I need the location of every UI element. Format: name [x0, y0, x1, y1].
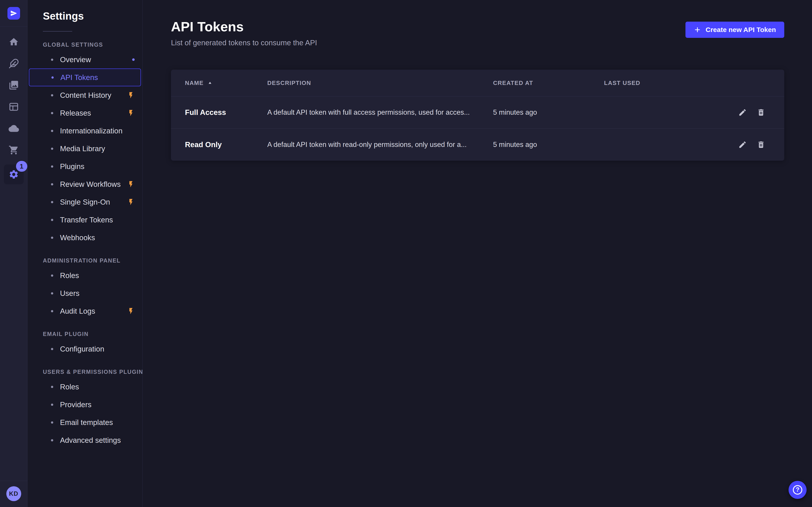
sidebar-item-review-workflows[interactable]: Review Workflows [29, 175, 141, 193]
sidebar-item-label: Overview [60, 55, 91, 64]
bullet-icon [51, 348, 53, 350]
lightning-icon [127, 180, 135, 188]
sidebar-item-overview[interactable]: Overview [29, 51, 141, 68]
sidebar-item-label: API Tokens [60, 73, 98, 82]
bullet-icon [51, 59, 53, 61]
sidebar-item-label: Review Workflows [60, 180, 121, 188]
lightning-icon [127, 307, 135, 315]
lightning-icon [127, 109, 135, 117]
subnav-section-administration-panel: ADMINISTRATION PANELRolesUsersAudit Logs [28, 257, 142, 320]
sidebar-item-label: Webhooks [60, 233, 95, 242]
lightning-icon [127, 109, 135, 117]
row-actions [690, 108, 784, 117]
trash-icon [757, 140, 765, 149]
icon-rail: 1 KD [0, 0, 28, 507]
subnav-section-global-settings: GLOBAL SETTINGSOverviewAPI TokensContent… [28, 42, 142, 246]
rail-item-media-library[interactable] [4, 78, 24, 93]
bullet-icon [51, 112, 53, 114]
create-api-token-label: Create new API Token [706, 26, 776, 34]
sidebar-item-transfer-tokens[interactable]: Transfer Tokens [29, 211, 141, 229]
page-subtitle: List of generated tokens to consume the … [171, 39, 317, 47]
help-button[interactable]: ? [789, 481, 807, 499]
rail-item-content-type-builder[interactable] [4, 100, 24, 114]
table-row-read-only[interactable]: Read OnlyA default API token with read-o… [171, 128, 784, 161]
images-icon [9, 80, 19, 90]
bullet-icon [51, 292, 53, 294]
sidebar-item-releases[interactable]: Releases [29, 104, 141, 122]
logo-container [0, 0, 27, 26]
section-label: GLOBAL SETTINGS [43, 42, 142, 48]
bullet-icon [51, 274, 53, 277]
bullet-icon [51, 130, 53, 132]
sidebar-item-configuration[interactable]: Configuration [29, 340, 141, 358]
token-created-at-cell: 5 minutes ago [493, 140, 604, 149]
sidebar-item-label: Releases [60, 109, 91, 117]
bullet-icon [51, 76, 54, 79]
page-title: API Tokens [171, 19, 317, 35]
bullet-icon [51, 201, 53, 203]
bullet-icon [51, 148, 53, 150]
sidebar-item-webhooks[interactable]: Webhooks [29, 229, 141, 246]
rail-item-settings[interactable]: 1 [4, 165, 24, 184]
lightning-icon [127, 198, 135, 206]
sidebar-item-advanced-settings[interactable]: Advanced settings [29, 431, 141, 449]
token-name-cell: Read Only [171, 140, 267, 149]
bullet-icon [51, 421, 53, 424]
bullet-icon [51, 386, 53, 388]
sort-ascending-icon[interactable] [207, 80, 213, 86]
section-label: ADMINISTRATION PANEL [43, 257, 142, 264]
bullet-icon [51, 310, 53, 312]
token-description-cell: A default API token with read-only permi… [267, 140, 493, 149]
rail-item-home[interactable] [4, 35, 24, 49]
bullet-icon [51, 165, 53, 168]
strapi-admin-app: 1 KD Settings GLOBAL SETTINGSOverviewAPI… [0, 0, 812, 507]
edit-button[interactable] [738, 140, 747, 149]
sidebar-item-roles[interactable]: Roles [29, 267, 141, 284]
api-tokens-table: NAME DESCRIPTION CREATED AT LAST USED Fu… [171, 70, 784, 161]
page-header: API Tokens List of generated tokens to c… [171, 19, 784, 47]
sidebar-item-label: Media Library [60, 145, 105, 153]
sidebar-item-email-templates[interactable]: Email templates [29, 413, 141, 431]
feather-icon [9, 58, 19, 69]
sidebar-item-users[interactable]: Users [29, 284, 141, 302]
delete-button[interactable] [757, 108, 765, 117]
sidebar-item-label: Email templates [60, 418, 113, 427]
rail-item-content-manager[interactable] [4, 56, 24, 71]
sidebar-item-internationalization[interactable]: Internationalization [29, 122, 141, 140]
sidebar-item-plugins[interactable]: Plugins [29, 158, 141, 175]
plus-icon [694, 26, 701, 33]
subnav-section-users-permissions-plugin: USERS & PERMISSIONS PLUGINRolesProviders… [28, 369, 142, 449]
strapi-logo-icon [10, 10, 17, 17]
lightning-icon [127, 92, 135, 99]
main-content: API Tokens List of generated tokens to c… [143, 0, 812, 507]
create-api-token-button[interactable]: Create new API Token [686, 22, 784, 38]
table-row-full-access[interactable]: Full AccessA default API token with full… [171, 96, 784, 128]
settings-subnav: Settings GLOBAL SETTINGSOverviewAPI Toke… [28, 0, 143, 507]
sidebar-item-label: Configuration [60, 345, 104, 353]
sidebar-item-providers[interactable]: Providers [29, 396, 141, 413]
bullet-icon [51, 404, 53, 406]
avatar[interactable]: KD [6, 486, 21, 501]
sidebar-item-content-history[interactable]: Content History [29, 86, 141, 104]
notification-dot-container [132, 58, 135, 61]
sidebar-item-audit-logs[interactable]: Audit Logs [29, 302, 141, 320]
bullet-icon [51, 439, 53, 441]
delete-button[interactable] [757, 140, 765, 149]
strapi-logo[interactable] [7, 7, 20, 19]
sidebar-item-single-sign-on[interactable]: Single Sign-On [29, 193, 141, 211]
layout-icon [9, 102, 19, 112]
subnav-sections: GLOBAL SETTINGSOverviewAPI TokensContent… [28, 42, 142, 449]
sidebar-item-label: Content History [60, 91, 111, 100]
column-header-name: NAME [171, 79, 267, 87]
edit-button[interactable] [738, 108, 747, 117]
rail-item-marketplace[interactable] [4, 143, 24, 157]
sidebar-item-media-library[interactable]: Media Library [29, 140, 141, 158]
rail-item-cloud[interactable] [4, 121, 24, 136]
home-icon [9, 37, 19, 47]
subnav-section-email-plugin: EMAIL PLUGINConfiguration [28, 331, 142, 358]
table-body: Full AccessA default API token with full… [171, 96, 784, 161]
sidebar-item-roles[interactable]: Roles [29, 378, 141, 396]
sidebar-item-label: Advanced settings [60, 436, 121, 445]
page-header-text: API Tokens List of generated tokens to c… [171, 19, 317, 47]
sidebar-item-api-tokens[interactable]: API Tokens [29, 68, 141, 86]
